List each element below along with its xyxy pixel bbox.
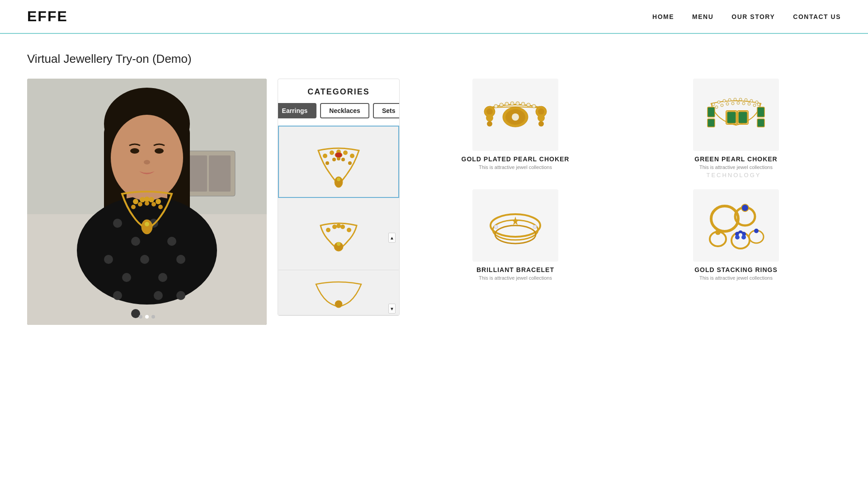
nav-contact[interactable]: CONTACT US — [793, 13, 841, 20]
scroll-down-arrow[interactable]: ▼ — [388, 304, 396, 314]
svg-point-116 — [494, 225, 498, 229]
svg-point-14 — [104, 255, 113, 264]
svg-point-35 — [151, 202, 156, 206]
logo: EFFE — [27, 8, 68, 25]
main-content: Virtual Jewellery Try-on (Demo) — [0, 34, 868, 343]
nav-our-story[interactable]: OUR STORY — [731, 13, 775, 20]
svg-point-72 — [532, 104, 536, 108]
scroll-up-arrow[interactable]: ▲ — [388, 233, 396, 243]
svg-point-48 — [341, 158, 345, 161]
svg-point-55 — [332, 225, 337, 229]
svg-rect-4 — [209, 155, 231, 192]
svg-point-21 — [154, 291, 163, 300]
jewel-necklace-3 — [309, 275, 368, 311]
jewel-item-3[interactable] — [278, 270, 399, 315]
dot-3[interactable] — [151, 315, 155, 319]
svg-point-27 — [133, 199, 138, 204]
svg-point-99 — [731, 102, 734, 105]
svg-rect-109 — [757, 107, 764, 117]
svg-point-30 — [149, 197, 154, 202]
main-nav: HOME MENU OUR STORY CONTACT US — [652, 13, 841, 21]
svg-point-38 — [145, 222, 149, 226]
svg-point-86 — [712, 103, 715, 106]
svg-point-92 — [745, 99, 747, 101]
svg-point-41 — [330, 150, 334, 155]
svg-point-26 — [144, 160, 150, 164]
svg-point-67 — [505, 102, 509, 106]
svg-point-46 — [332, 158, 336, 161]
tab-necklaces[interactable]: Necklaces — [320, 103, 369, 118]
product-img-1 — [472, 79, 558, 151]
svg-point-52 — [335, 152, 342, 158]
svg-point-95 — [757, 103, 760, 106]
svg-point-103 — [753, 104, 756, 107]
svg-point-117 — [533, 225, 537, 229]
header: EFFE HOME MENU OUR STORY CONTACT US — [0, 0, 868, 34]
jewel-item-1[interactable] — [278, 126, 399, 198]
categories-panel: CATEGORIES Earrings Necklaces Sets — [278, 79, 400, 316]
svg-point-98 — [726, 103, 729, 105]
jewel-necklace-1 — [309, 132, 368, 191]
svg-point-44 — [350, 154, 354, 158]
svg-point-45 — [326, 161, 329, 165]
svg-point-66 — [500, 103, 503, 107]
video-feed — [27, 79, 267, 325]
product-svg-4 — [698, 192, 774, 259]
product-card-2[interactable]: GREEN PEARL CHOKER This is attractive je… — [631, 79, 841, 178]
svg-rect-105 — [738, 112, 747, 123]
tab-earrings[interactable]: Earrings — [278, 103, 316, 118]
svg-point-76 — [512, 113, 519, 121]
technology-watermark: TECHNOLOGY — [706, 172, 765, 178]
svg-point-19 — [113, 291, 122, 300]
product-card-4[interactable]: GOLD STACKING RINGS This is attractive j… — [631, 189, 841, 281]
svg-point-87 — [717, 101, 720, 103]
product-img-3 — [472, 189, 558, 262]
svg-point-57 — [340, 225, 345, 229]
svg-point-18 — [176, 255, 185, 264]
svg-point-65 — [494, 104, 498, 108]
jewel-list — [278, 126, 399, 315]
product-grid: GOLD PLATED PEARL CHOKER This is attract… — [410, 79, 841, 281]
svg-point-132 — [754, 229, 759, 233]
svg-point-33 — [138, 202, 142, 206]
video-container — [27, 79, 267, 325]
svg-point-24 — [130, 148, 139, 154]
product-name-1: GOLD PLATED PEARL CHOKER — [462, 155, 570, 163]
dot-1[interactable] — [139, 315, 142, 319]
dot-2[interactable] — [145, 315, 149, 319]
page-title: Virtual Jewellery Try-on (Demo) — [27, 52, 841, 66]
svg-point-43 — [343, 150, 348, 155]
svg-point-34 — [145, 201, 149, 206]
product-desc-3: This is attractive jewel collections — [479, 275, 552, 281]
svg-point-56 — [336, 224, 341, 228]
svg-point-71 — [527, 103, 530, 107]
svg-point-88 — [723, 99, 726, 102]
svg-point-9 — [77, 196, 217, 305]
slide-dots — [139, 315, 155, 319]
product-img-4 — [693, 189, 779, 262]
product-svg-3 — [477, 192, 554, 259]
svg-rect-108 — [708, 107, 715, 117]
svg-point-32 — [131, 205, 136, 209]
product-card-1[interactable]: GOLD PLATED PEARL CHOKER This is attract… — [410, 79, 620, 178]
svg-point-54 — [326, 228, 330, 232]
nav-menu[interactable]: MENU — [692, 13, 713, 20]
svg-point-90 — [734, 98, 736, 101]
jewel-item-2[interactable] — [278, 198, 399, 270]
svg-point-83 — [487, 121, 492, 127]
product-card-3[interactable]: BRILLIANT BRACELET This is attractive je… — [410, 189, 620, 281]
svg-point-68 — [510, 102, 514, 105]
nav-home[interactable]: HOME — [652, 13, 674, 20]
svg-point-69 — [516, 102, 519, 105]
product-desc-4: This is attractive jewel collections — [699, 275, 773, 281]
svg-point-36 — [158, 205, 163, 209]
tab-sets[interactable]: Sets — [373, 103, 400, 118]
svg-point-84 — [538, 121, 544, 127]
svg-rect-110 — [708, 119, 715, 127]
person-svg — [27, 79, 267, 325]
svg-point-11 — [131, 237, 140, 246]
jewel-necklace-2 — [309, 205, 368, 264]
product-name-2: GREEN PEARL CHOKER — [694, 155, 777, 163]
svg-point-89 — [728, 99, 731, 101]
svg-point-93 — [750, 99, 753, 102]
